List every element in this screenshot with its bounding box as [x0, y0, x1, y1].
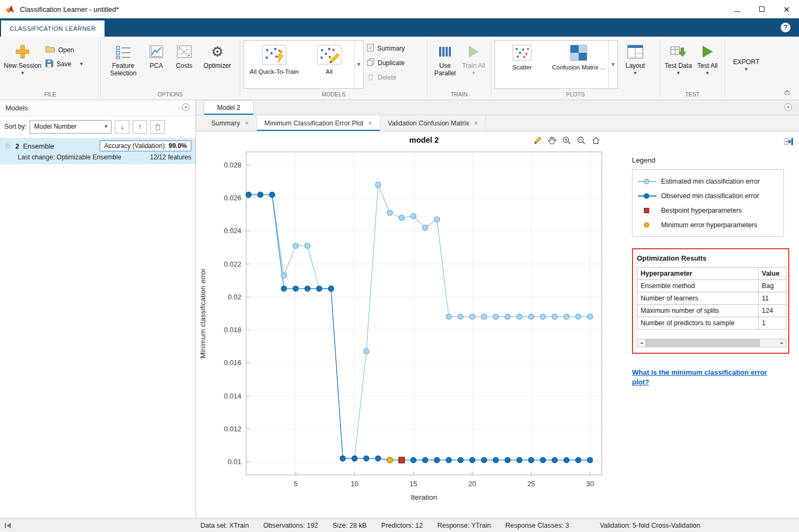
optimization-results-table: Hyperparameter Value Ensemble method Bag…: [637, 267, 787, 330]
svg-text:15: 15: [409, 480, 417, 488]
sort-by-dropdown[interactable]: Model Number: [30, 120, 112, 134]
open-button[interactable]: Open: [45, 45, 83, 54]
maximize-button[interactable]: [749, 0, 774, 18]
save-icon: [45, 59, 53, 69]
undock-figure-icon[interactable]: [783, 137, 794, 149]
close-button[interactable]: ✕: [774, 0, 799, 18]
close-tab-icon[interactable]: [245, 120, 248, 127]
all-quick-to-train-button[interactable]: All Quick-To-Train: [244, 41, 304, 88]
document-options-icon[interactable]: [784, 103, 793, 114]
optimizer-gear-icon: ⚙: [211, 41, 224, 62]
model-id: 2: [15, 142, 19, 150]
min-classification-error-help-link[interactable]: What is the minimum classification error…: [632, 368, 776, 387]
dropdown-arrow-icon[interactable]: [80, 62, 82, 66]
table-row: Number of learners 11: [637, 292, 787, 305]
optimizer-button[interactable]: ⚙ Optimizer: [198, 39, 237, 89]
delete-model-button[interactable]: [150, 120, 165, 134]
sort-ascending-button[interactable]: [133, 120, 147, 134]
delete-trash-icon: [367, 73, 374, 82]
status-response: Response: YTrain: [437, 522, 491, 529]
all-models-button[interactable]: All: [304, 41, 354, 88]
home-icon[interactable]: [591, 136, 601, 145]
svg-text:0.028: 0.028: [224, 161, 241, 169]
favorite-star-icon[interactable]: [4, 141, 11, 151]
zoom-in-icon[interactable]: [562, 136, 572, 145]
plots-gallery-dropdown[interactable]: [608, 41, 617, 88]
tab-model-2[interactable]: Model 2: [204, 100, 254, 115]
status-validation: Validation: 5-fold Cross-Validation: [600, 522, 700, 529]
minimize-button[interactable]: [725, 0, 749, 18]
sort-descending-button[interactable]: [115, 120, 129, 134]
legend-item: Bestpoint hyperparameters: [638, 203, 778, 218]
horizontal-scrollbar[interactable]: ◄ ►: [637, 339, 787, 347]
optimization-results-title: Optimization Results: [637, 254, 784, 262]
ribbon-tab-strip: CLASSIFICATION LEARNER ?: [0, 18, 799, 37]
section-test: Test Data Test All TEST: [660, 37, 725, 100]
confusion-matrix-button[interactable]: Confusion Matrix ...: [549, 41, 608, 88]
models-gallery-dropdown[interactable]: [354, 41, 363, 88]
export-button[interactable]: EXPORT: [728, 39, 764, 89]
svg-text:30: 30: [586, 480, 594, 488]
section-train: Use Parallel Train All TRAIN: [427, 37, 491, 100]
test-data-button[interactable]: Test Data: [663, 39, 693, 89]
legend-marker-estimated: [638, 178, 656, 185]
status-predictors: Predictors: 12: [381, 522, 423, 529]
dropdown-arrow-icon: [677, 71, 679, 75]
feature-selection-icon: [115, 41, 131, 62]
section-file: New Session Open Save FILE: [0, 37, 100, 100]
legend: Estimated min classification error Obser…: [632, 169, 784, 237]
arrow-up-icon: [138, 122, 142, 131]
svg-text:0.024: 0.024: [224, 227, 241, 235]
collapse-ribbon-icon[interactable]: [783, 88, 791, 97]
tab-validation-confusion-matrix[interactable]: Validation Confusion Matrix: [380, 115, 486, 131]
summary-button[interactable]: Summary: [367, 44, 405, 53]
layout-icon: [627, 41, 643, 62]
edit-plot-icon[interactable]: [533, 136, 543, 145]
scroll-left-icon[interactable]: ◄: [637, 339, 645, 347]
svg-text:Iteration: Iteration: [411, 493, 437, 501]
scroll-right-icon[interactable]: ►: [778, 339, 786, 347]
new-session-button[interactable]: New Session: [3, 39, 42, 89]
duplicate-button[interactable]: Duplicate: [367, 58, 405, 68]
section-label-options: OPTIONS: [101, 89, 240, 100]
scrollbar-thumb[interactable]: [645, 339, 760, 347]
close-tab-icon[interactable]: [369, 120, 372, 127]
panel-options-icon[interactable]: [182, 103, 190, 114]
svg-text:10: 10: [351, 480, 358, 488]
matlab-logo-icon: [5, 4, 15, 14]
layout-button[interactable]: Layout: [618, 39, 652, 89]
svg-text:0.02: 0.02: [228, 293, 241, 301]
legend-item: Estimated min classification error: [638, 174, 778, 188]
dropdown-arrow-icon: [634, 71, 636, 75]
section-label-models: MODELS: [240, 89, 427, 100]
chevron-down-icon: [105, 124, 107, 129]
table-row: Number of predictors to sample 1: [637, 317, 787, 330]
pca-button[interactable]: PCA: [142, 39, 170, 89]
status-response-classes: Response Classes: 3: [505, 522, 569, 529]
test-all-button[interactable]: Test All: [693, 39, 721, 89]
model-list-item[interactable]: 2 Ensemble Accuracy (Validation): 99.0% …: [0, 138, 196, 164]
help-button[interactable]: ?: [781, 23, 790, 32]
table-row: Maximum number of splits 124: [637, 305, 787, 317]
save-button[interactable]: Save: [45, 59, 83, 69]
tab-minimum-classification-error-plot[interactable]: Minimum Classification Error Plot: [257, 115, 380, 131]
trash-icon: [154, 123, 162, 131]
use-parallel-button[interactable]: Use Parallel: [430, 39, 460, 89]
skip-to-start-icon[interactable]: [4, 522, 12, 529]
close-tab-icon[interactable]: [474, 120, 478, 127]
train-all-button: Train All: [460, 39, 488, 89]
status-size: Size: 28 kB: [332, 522, 366, 529]
svg-text:5: 5: [294, 480, 297, 488]
min-classification-error-plot[interactable]: 510152025300.010.0120.0140.0160.0180.020…: [196, 148, 624, 503]
svg-text:0.026: 0.026: [224, 194, 241, 202]
pan-icon[interactable]: [547, 136, 557, 145]
zoom-out-icon[interactable]: [576, 136, 586, 145]
feature-selection-button[interactable]: Feature Selection: [104, 39, 142, 89]
model-last-change: Last change: Optimizable Ensemble: [18, 153, 121, 161]
tab-classification-learner[interactable]: CLASSIFICATION LEARNER: [1, 20, 105, 37]
costs-button[interactable]: Costs: [170, 39, 198, 89]
tab-summary[interactable]: Summary: [204, 115, 257, 131]
section-options: Feature Selection PCA Costs ⚙ Optimizer …: [101, 37, 240, 100]
scatter-plot-button[interactable]: Scatter: [495, 41, 549, 88]
figure-body: model 2: [196, 131, 799, 518]
